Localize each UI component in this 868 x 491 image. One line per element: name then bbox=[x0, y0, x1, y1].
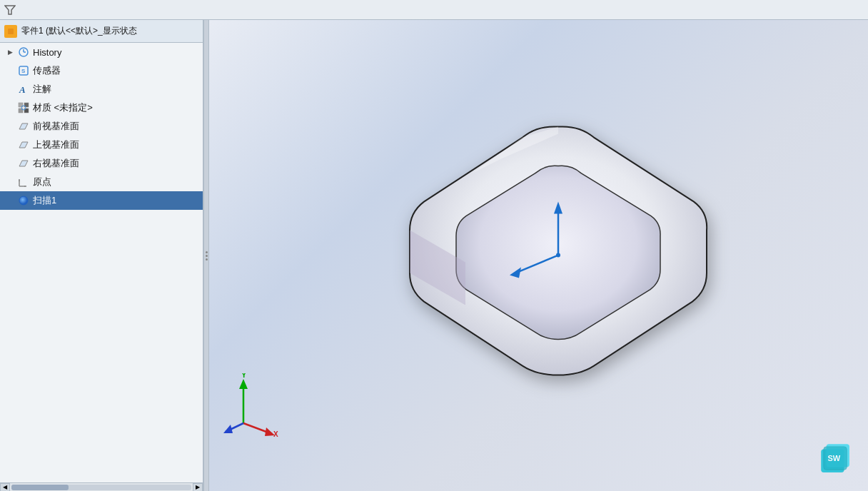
tree-item-annotation[interactable]: A 注解 bbox=[0, 80, 203, 98]
part-icon bbox=[4, 25, 17, 38]
svg-marker-15 bbox=[19, 142, 28, 148]
svg-marker-16 bbox=[19, 161, 28, 166]
history-icon bbox=[17, 46, 30, 59]
svg-text:X: X bbox=[273, 430, 278, 437]
tree-item-annotation-label: 注解 bbox=[33, 83, 51, 96]
tree-item-sweep1-label: 扫描1 bbox=[33, 194, 56, 207]
part-title: 零件1 (默认<<默认>_显示状态 bbox=[21, 25, 137, 37]
expand-arrow-right-plane bbox=[6, 159, 14, 168]
sensor-icon: S bbox=[17, 64, 30, 77]
tree-item-material-label: 材质 <未指定> bbox=[33, 101, 93, 114]
tree-item-sensor-label: 传感器 bbox=[33, 64, 61, 77]
svg-text:S: S bbox=[21, 68, 26, 74]
svg-point-26 bbox=[556, 253, 560, 258]
left-panel: 零件1 (默认<<默认>_显示状态 History bbox=[0, 20, 203, 491]
tree-item-front-plane[interactable]: 前视基准面 bbox=[0, 117, 203, 136]
origin-icon bbox=[17, 176, 30, 188]
tree-item-right-plane-label: 右视基准面 bbox=[33, 157, 79, 170]
scroll-right-btn[interactable]: ▶ bbox=[193, 483, 203, 492]
tree-item-origin-label: 原点 bbox=[33, 176, 51, 188]
right-plane-icon bbox=[17, 157, 30, 170]
svg-marker-33 bbox=[223, 425, 233, 433]
expand-arrow-material bbox=[6, 103, 14, 112]
svg-point-21 bbox=[19, 196, 28, 205]
expand-arrow-front-plane bbox=[6, 122, 14, 131]
3d-viewport[interactable]: Y X SW bbox=[209, 20, 868, 491]
svg-marker-28 bbox=[239, 379, 248, 389]
svg-text:SW: SW bbox=[827, 454, 840, 462]
tree-item-sensor[interactable]: S 传感器 bbox=[0, 61, 203, 80]
filter-bar bbox=[0, 0, 868, 20]
filter-icon[interactable] bbox=[3, 3, 17, 17]
tree-item-sweep1[interactable]: 扫描1 bbox=[0, 191, 203, 210]
tree-item-history-label: History bbox=[33, 47, 61, 58]
annotation-icon: A bbox=[17, 83, 30, 96]
main-row: 零件1 (默认<<默认>_显示状态 History bbox=[0, 20, 868, 491]
expand-arrow-top-plane bbox=[6, 141, 14, 149]
coordinate-axes: Y X bbox=[222, 373, 279, 437]
svg-marker-14 bbox=[19, 123, 28, 129]
sweep1-icon bbox=[17, 194, 30, 207]
expand-arrow-sensor bbox=[6, 66, 14, 75]
expand-arrow-sweep1 bbox=[6, 196, 14, 205]
tree-item-history[interactable]: History bbox=[0, 43, 203, 61]
part-header: 零件1 (默认<<默认>_显示状态 bbox=[0, 20, 203, 43]
scroll-left-btn[interactable]: ◀ bbox=[0, 483, 10, 492]
svg-marker-0 bbox=[5, 6, 15, 14]
panel-scrollbar[interactable]: ◀ ▶ bbox=[0, 482, 203, 491]
tree-item-top-plane-label: 上视基准面 bbox=[33, 138, 79, 151]
resize-dots bbox=[206, 251, 208, 260]
front-plane-icon bbox=[17, 120, 30, 133]
expand-arrow-origin bbox=[6, 178, 14, 186]
expand-arrow-history[interactable] bbox=[6, 48, 14, 56]
3d-model bbox=[373, 63, 744, 434]
scroll-thumb[interactable] bbox=[11, 485, 69, 490]
feature-tree[interactable]: History S 传感器 A bbox=[0, 43, 203, 482]
resize-handle[interactable] bbox=[203, 20, 209, 491]
svg-rect-2 bbox=[8, 29, 14, 34]
svg-text:Y: Y bbox=[241, 373, 247, 379]
tree-item-front-plane-label: 前视基准面 bbox=[33, 120, 79, 133]
tree-item-material[interactable]: 材质 <未指定> bbox=[0, 98, 203, 117]
expand-arrow-annotation bbox=[6, 85, 14, 93]
tree-item-right-plane[interactable]: 右视基准面 bbox=[0, 154, 203, 173]
svg-text:A: A bbox=[19, 84, 26, 95]
tree-item-origin[interactable]: 原点 bbox=[0, 173, 203, 191]
tree-item-top-plane[interactable]: 上视基准面 bbox=[0, 136, 203, 154]
scroll-track[interactable] bbox=[11, 485, 191, 490]
svg-point-13 bbox=[21, 106, 26, 110]
material-icon bbox=[17, 101, 30, 114]
solidworks-cube-logo: SW bbox=[814, 437, 857, 480]
top-plane-icon bbox=[17, 138, 30, 151]
